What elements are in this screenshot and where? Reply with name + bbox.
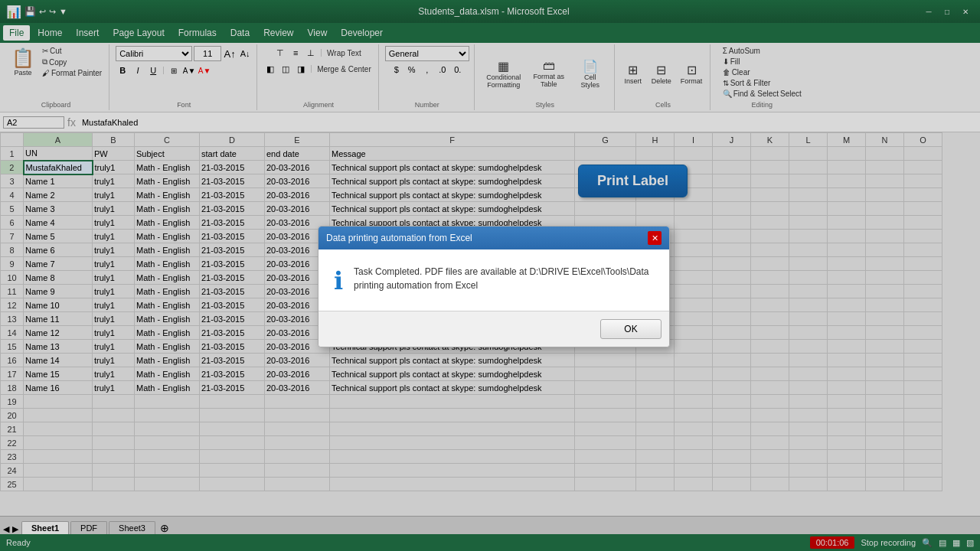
dialog-message: Task Completed. PDF files are available … <box>354 265 654 292</box>
dialog-title: Data printing automation from Excel <box>326 233 472 243</box>
dialog-titlebar: Data printing automation from Excel ✕ <box>318 227 669 249</box>
dialog-overlay: Data printing automation from Excel ✕ ℹ … <box>0 0 980 551</box>
dialog-footer: OK <box>318 311 669 347</box>
dialog-info-icon: ℹ <box>334 266 343 295</box>
ok-button[interactable]: OK <box>600 319 662 339</box>
dialog: Data printing automation from Excel ✕ ℹ … <box>318 226 670 347</box>
dialog-body: ℹ Task Completed. PDF files are availabl… <box>318 249 669 311</box>
dialog-close-button[interactable]: ✕ <box>648 231 662 245</box>
